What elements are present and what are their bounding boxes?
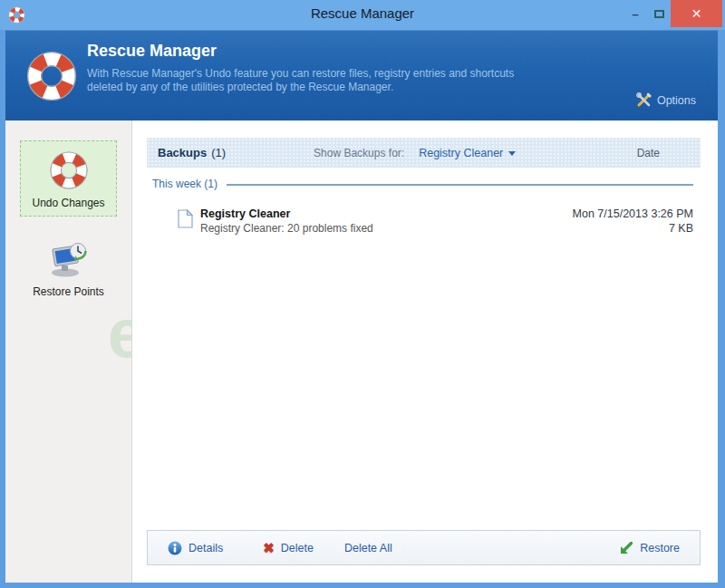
sidebar-item-undo-changes[interactable]: Undo Changes: [20, 140, 117, 217]
rescue-manager-window: Rescue Manager – ✕ Rescue Manager With R…: [0, 0, 725, 588]
group-divider: [227, 184, 693, 186]
sidebar: Undo Changes: [5, 120, 132, 583]
bottom-toolbar: Details ✖ Delete Delete All Restore: [147, 530, 701, 565]
minimize-button[interactable]: –: [624, 0, 647, 27]
restore-arrow-icon: [619, 541, 633, 555]
sidebar-item-label: Undo Changes: [21, 197, 116, 209]
backups-list-header: Backups (1) Show Backups for: Registry C…: [147, 138, 701, 168]
backup-item-title: Registry Cleaner: [200, 207, 373, 220]
options-button[interactable]: Options: [636, 92, 696, 108]
document-icon: [178, 209, 193, 228]
backup-item-size: 7 KB: [573, 222, 693, 235]
tools-icon: [636, 92, 652, 108]
title-bar: Rescue Manager – ✕: [0, 0, 725, 30]
details-button[interactable]: Details: [168, 541, 223, 555]
options-label: Options: [657, 94, 696, 107]
backup-item-description: Registry Cleaner: 20 problems fixed: [200, 222, 373, 235]
backups-panel: Backups (1) Show Backups for: Registry C…: [132, 120, 718, 583]
info-icon: [168, 541, 182, 555]
lifering-icon: [49, 150, 89, 190]
delete-all-button[interactable]: Delete All: [344, 542, 392, 554]
backups-title: Backups: [158, 146, 207, 159]
group-label: This week (1): [152, 178, 218, 190]
group-header: This week (1): [152, 178, 693, 190]
background-watermark: e: [108, 302, 132, 365]
delete-x-icon: ✖: [263, 541, 275, 554]
backups-count: (1): [211, 146, 226, 159]
delete-button[interactable]: ✖ Delete: [263, 541, 314, 554]
restore-points-icon: [48, 240, 90, 278]
filter-value: Registry Cleaner: [419, 147, 503, 159]
backup-item-date: Mon 7/15/2013 3:26 PM: [573, 207, 693, 220]
sidebar-item-restore-points[interactable]: Restore Points: [20, 229, 117, 305]
lifering-icon: [25, 50, 78, 102]
maximize-button[interactable]: [647, 0, 671, 27]
filter-dropdown[interactable]: Registry Cleaner: [419, 147, 516, 159]
chevron-down-icon: [508, 151, 516, 156]
backup-list-item[interactable]: Registry Cleaner Registry Cleaner: 20 pr…: [178, 207, 693, 235]
filter-label: Show Backups for:: [314, 147, 404, 159]
sidebar-item-label: Restore Points: [21, 285, 116, 298]
banner-title: Rescue Manager: [87, 42, 514, 61]
close-button[interactable]: ✕: [671, 0, 722, 27]
header-banner: Rescue Manager With Rescue Manager's Und…: [5, 30, 718, 120]
date-column-header[interactable]: Date: [637, 147, 660, 159]
maximize-icon: [654, 10, 664, 18]
restore-button[interactable]: Restore: [619, 541, 680, 555]
window-title: Rescue Manager: [0, 5, 725, 21]
banner-subtitle: With Rescue Manager's Undo feature you c…: [87, 67, 514, 94]
